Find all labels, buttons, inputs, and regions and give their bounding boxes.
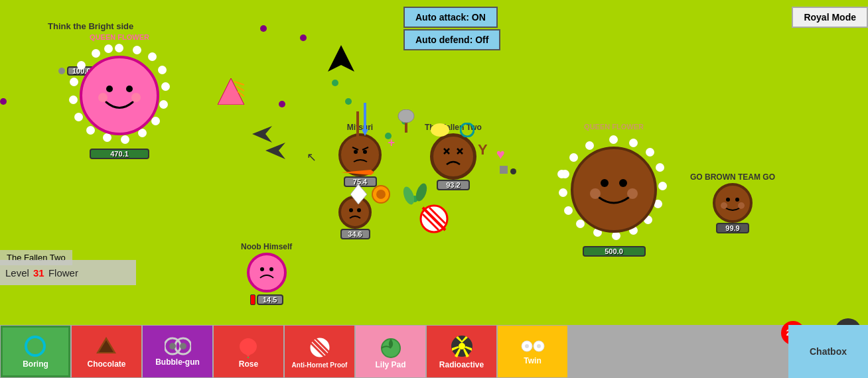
flower-label: Flower (48, 267, 78, 279)
lemon-decoration (430, 123, 450, 140)
toolbar: Boring Chocolate Bubble-gun Rose (0, 325, 868, 378)
tool-rose[interactable]: Rose (214, 326, 283, 377)
y-decoration: Y (478, 141, 488, 158)
svg-marker-5 (265, 143, 285, 159)
queen-left-label: QUEEN FLOWER (90, 33, 149, 41)
queen-right-circle (571, 147, 657, 233)
svg-point-11 (260, 267, 264, 271)
noob-entity: Noob Himself 14.5 (241, 242, 292, 305)
queen-right-label: QUEEN FLOWER (584, 123, 644, 131)
noob-circle (247, 253, 287, 292)
svg-point-28 (376, 190, 386, 199)
go-brown-circle (713, 183, 753, 223)
chatbox-label: Chatbox (810, 346, 847, 357)
svg-rect-31 (364, 103, 366, 133)
go-brown-entity: GO BROWN TEAM GO 99.9 (690, 172, 775, 233)
go-brown-face (719, 191, 746, 215)
royal-mode-button[interactable]: Royal Mode (792, 7, 868, 28)
svg-point-40 (590, 188, 601, 199)
axe-decoration (396, 109, 416, 135)
noob-hp-wrapper: 14.5 (250, 294, 283, 305)
svg-point-41 (627, 188, 638, 199)
level-number: 31 (33, 267, 44, 279)
player-name-label: Think the Bright side (48, 21, 133, 31)
queen-left-circle (80, 56, 159, 135)
queen-left-entity: QUEEN FLOWER (66, 33, 173, 159)
tool-radioactive[interactable]: Radioactive (427, 326, 496, 377)
chatbox-area[interactable]: Chatbox (788, 325, 868, 378)
purple-dot-2 (300, 34, 307, 41)
queen-right-face (585, 163, 643, 216)
party-cone (218, 78, 244, 107)
green-dot-2 (345, 98, 352, 105)
auto-defend-button[interactable]: Auto defend: Off (403, 29, 500, 50)
svg-point-42 (431, 123, 449, 137)
arrow-decoration-2 (265, 143, 285, 162)
queen-right-entity: QUEEN FLOWER (557, 123, 670, 257)
queen-left-face (93, 72, 146, 119)
purple-dot-3 (279, 101, 285, 107)
mitsuri-sub-health: 34.6 (340, 229, 370, 239)
grey-dot (500, 166, 508, 174)
queen-right-health: 500.0 (583, 246, 646, 257)
fallen-face (437, 142, 469, 171)
svg-line-15 (352, 147, 358, 150)
svg-point-43 (461, 123, 474, 137)
svg-point-3 (131, 93, 141, 102)
svg-point-14 (363, 150, 367, 154)
svg-point-47 (738, 202, 745, 209)
game-area: Auto attack: ON Auto defend: Off Royal M… (0, 0, 868, 325)
svg-point-66 (537, 344, 541, 348)
svg-point-18 (357, 208, 361, 212)
teal-circle (460, 123, 474, 140)
small-indicator (58, 68, 65, 74)
svg-point-0 (106, 86, 113, 92)
svg-point-33 (402, 186, 415, 206)
level-label: Level (5, 267, 29, 279)
svg-point-45 (735, 198, 739, 202)
svg-point-65 (525, 344, 529, 348)
tool-bubble-gun[interactable]: Bubble-gun (143, 326, 212, 377)
level-flower-panel: Level 31 Flower (0, 260, 136, 285)
auto-attack-button[interactable]: Auto attack: ON (403, 7, 498, 28)
svg-marker-32 (362, 129, 368, 136)
svg-point-39 (619, 179, 627, 187)
noob-health: 14.5 (257, 294, 283, 305)
leaf-decoration-2 (415, 182, 428, 205)
svg-line-8 (234, 82, 244, 85)
fallen-health: 93.2 (437, 180, 470, 190)
tool-twin[interactable]: Twin (498, 326, 567, 377)
queen-left-health: 470.1 (90, 149, 149, 159)
noob-face (253, 261, 280, 284)
anti-hornet-label: Anti-Hornet Proof (292, 361, 348, 369)
svg-marker-6 (328, 45, 354, 72)
svg-marker-4 (252, 126, 272, 143)
cursor-decoration: ↖ (307, 150, 317, 164)
svg-point-46 (721, 202, 727, 209)
svg-point-53 (169, 343, 176, 349)
tool-lily-pad[interactable]: Lily Pad (356, 326, 425, 377)
svg-marker-36 (350, 184, 367, 204)
fallen-circle (430, 133, 476, 180)
chocolate-label: Chocolate (87, 359, 125, 369)
svg-point-12 (269, 267, 273, 271)
svg-point-30 (398, 109, 414, 123)
noob-hp-indicator (250, 294, 255, 305)
tool-anti-hornet[interactable]: Anti-Hornet Proof (285, 326, 354, 377)
svg-marker-37 (341, 170, 374, 175)
svg-point-2 (98, 93, 108, 102)
plus-decoration: + (388, 136, 395, 150)
twin-label: Twin (524, 356, 541, 365)
go-brown-label: GO BROWN TEAM GO (690, 172, 775, 182)
svg-point-34 (415, 182, 428, 202)
diamond-decoration (350, 184, 367, 207)
tool-chocolate[interactable]: Chocolate (72, 326, 141, 377)
tool-boring[interactable]: Boring (1, 326, 70, 377)
go-brown-health: 99.9 (716, 223, 749, 233)
svg-line-16 (362, 147, 368, 150)
svg-point-38 (601, 179, 609, 187)
radioactive-label: Radioactive (439, 360, 484, 369)
bubble-gun-label: Bubble-gun (155, 357, 200, 367)
svg-rect-35 (356, 111, 359, 145)
purple-dot-4 (0, 98, 7, 105)
